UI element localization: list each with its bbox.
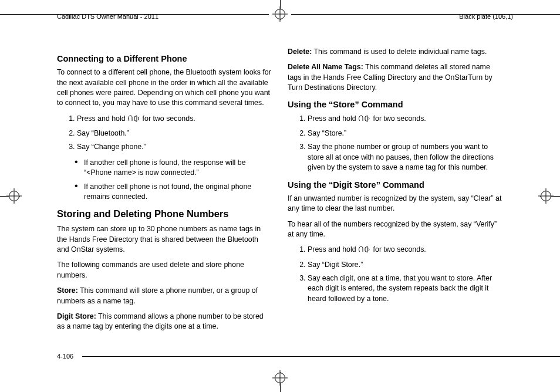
step: Say each digit, one at a time, that you …: [308, 273, 503, 304]
registration-target-right: [541, 191, 551, 201]
page-number-rule: [82, 356, 560, 357]
step: Press and hold for two seconds.: [308, 245, 503, 256]
step: Say “Digit Store.”: [308, 260, 503, 270]
step-text-pre: Press and hold: [77, 114, 127, 123]
steps-store: Press and hold for two seconds. Say “Sto…: [288, 114, 503, 173]
content-columns: Connecting to a Different Phone To conne…: [57, 47, 503, 337]
paragraph: The following commands are used delete a…: [57, 260, 272, 281]
notes-connect: If another cell phone is found, the resp…: [57, 158, 272, 202]
heading-using-store: Using the “Store” Command: [288, 99, 503, 110]
paragraph: If an unwanted number is recognized by t…: [288, 194, 503, 214]
voice-button-icon: [127, 115, 140, 125]
print-header: Cadillac DTS Owner Manual - 2011 Black p…: [57, 11, 513, 22]
step: Say “Store.”: [308, 129, 503, 138]
step: Say “Bluetooth.”: [77, 129, 272, 138]
paragraph: The system can store up to 30 phone numb…: [57, 224, 272, 255]
plate-label: Black plate (106,1): [459, 13, 513, 20]
command-label: Store:: [57, 286, 78, 295]
step: Press and hold for two seconds.: [308, 114, 503, 125]
registration-target-bottom: [275, 373, 285, 383]
heading-storing-deleting: Storing and Deleting Phone Numbers: [57, 207, 272, 221]
step-text-pre: Press and hold: [308, 114, 358, 123]
command-delete-all: Delete All Name Tags: This command delet…: [288, 62, 503, 93]
note: If another cell phone is found, the resp…: [84, 158, 272, 178]
steps-connect: Press and hold for two seconds. Say “Blu…: [57, 114, 272, 153]
step-text-post: for two seconds.: [371, 114, 426, 123]
page-number: 4-106: [57, 353, 73, 360]
registration-target-left: [9, 191, 19, 201]
doc-title: Cadillac DTS Owner Manual - 2011: [57, 13, 158, 20]
voice-button-icon: [358, 115, 371, 125]
left-column: Connecting to a Different Phone To conne…: [57, 47, 272, 337]
command-label: Delete:: [288, 48, 312, 56]
step-text-post: for two seconds.: [140, 114, 195, 123]
step: Say “Change phone.”: [77, 142, 272, 152]
paragraph: To connect to a different cell phone, th…: [57, 67, 272, 108]
command-label: Delete All Name Tags:: [288, 63, 363, 71]
voice-button-icon: [358, 246, 371, 256]
command-store: Store: This command will store a phone n…: [57, 286, 272, 306]
right-column: Delete: This command is used to delete i…: [288, 47, 503, 337]
command-text: This command will store a phone number, …: [57, 286, 258, 305]
heading-using-digit-store: Using the “Digit Store” Command: [288, 179, 503, 191]
step: Press and hold for two seconds.: [77, 114, 272, 125]
command-label: Digit Store:: [57, 312, 96, 320]
heading-connect-different-phone: Connecting to a Different Phone: [57, 53, 272, 65]
step-text-post: for two seconds.: [371, 245, 426, 254]
command-text: This command is used to delete individua…: [312, 48, 487, 56]
step: Say the phone number or group of numbers…: [308, 142, 503, 173]
command-delete: Delete: This command is used to delete i…: [288, 47, 503, 57]
paragraph: To hear all of the numbers recognized by…: [288, 219, 503, 240]
step-text-pre: Press and hold: [308, 245, 358, 254]
note: If another cell phone is not found, the …: [84, 182, 272, 202]
command-digit-store: Digit Store: This command allows a phone…: [57, 312, 272, 332]
steps-digit-store: Press and hold for two seconds. Say “Dig…: [288, 245, 503, 304]
